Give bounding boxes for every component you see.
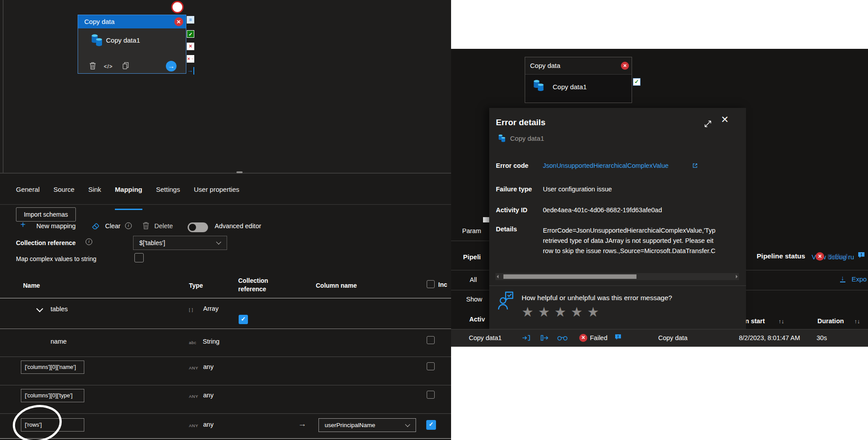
divider (0, 357, 451, 357)
code-icon[interactable]: </> (104, 63, 113, 70)
copy-activity-icon (498, 134, 507, 143)
delete-activity-icon[interactable] (89, 62, 96, 70)
expand-icon[interactable] (703, 119, 712, 128)
tab-general[interactable]: General (16, 186, 39, 204)
tab-mapping[interactable]: Mapping (115, 186, 142, 204)
input-icon[interactable] (522, 334, 530, 341)
include-checkbox[interactable] (427, 362, 435, 370)
divider (746, 270, 868, 270)
resize-grip[interactable] (236, 171, 243, 173)
column-name-dropdown[interactable]: userPrincipalName (318, 418, 416, 432)
divider (451, 290, 489, 290)
panel-title: Error details (496, 118, 546, 127)
tab-source[interactable]: Source (53, 186, 75, 204)
tab-settings[interactable]: Settings (156, 186, 180, 204)
failed-icon: × (816, 252, 824, 261)
plus-icon: + (20, 220, 26, 230)
monitoring-dark-region: Copy data × Copy data1 ✓ Param Pipeli Al… (451, 49, 868, 347)
failure-port-icon: × (187, 43, 194, 50)
new-mapping-button[interactable]: New mapping (36, 222, 76, 230)
completion-port-icon: → (187, 67, 194, 75)
divider (0, 413, 451, 414)
external-link-icon[interactable] (692, 163, 698, 169)
clear-button[interactable]: Clear (105, 222, 121, 230)
star-rating[interactable]: ★★★★★ (522, 304, 604, 320)
add-next-activity-button[interactable]: → (166, 61, 177, 71)
failed-status-overlay: Failed (828, 253, 848, 261)
collection-reference-value: $['tables'] (134, 236, 227, 250)
include-checkbox[interactable] (427, 336, 435, 344)
duration-column-header[interactable]: Duration (817, 317, 844, 325)
row-name: name (51, 338, 67, 345)
error-code-link[interactable]: JsonUnsupportedHierarchicalComplexValue (543, 162, 668, 169)
activity-node-header: Copy data × (78, 15, 186, 28)
download-icon: ↓ (840, 274, 845, 282)
clone-activity-icon[interactable] (122, 62, 129, 70)
column-header-column-name: Column name (316, 282, 357, 289)
star-icon[interactable]: ★ (571, 305, 587, 319)
sort-icon[interactable]: ↑↓ (778, 318, 784, 325)
failure-type-value: User configuration issue (543, 186, 612, 193)
close-icon[interactable]: × (721, 113, 728, 126)
type-glyph: ANY (189, 365, 198, 370)
sort-icon[interactable]: ↑↓ (854, 318, 860, 325)
error-comment-icon[interactable] (615, 334, 621, 340)
copy-data-activity-node[interactable]: Copy data × Copy data1 (525, 57, 632, 103)
run-activity-name[interactable]: Copy data1 (469, 329, 502, 346)
tab-sink[interactable]: Sink (88, 186, 101, 204)
star-icon[interactable]: ★ (522, 305, 538, 319)
error-badge-icon: × (174, 17, 183, 26)
comment-icon[interactable] (858, 252, 865, 258)
star-icon[interactable]: ★ (538, 305, 554, 319)
star-icon[interactable]: ★ (554, 305, 571, 319)
divider (451, 241, 489, 241)
pipeline-label-clipped: Pipeli (463, 253, 481, 261)
monitoring-area: Copy data × Copy data1 ✓ Param Pipeli Al… (451, 0, 868, 440)
activity-properties-panel: General Source Sink Mapping Settings Use… (0, 174, 451, 440)
failed-icon: × (579, 334, 587, 342)
output-icon[interactable] (540, 334, 549, 341)
collection-reference-checkbox[interactable]: ✓ (239, 315, 248, 324)
activity-run-row[interactable]: Copy data1 × Failed Copy data 8/2/2023, … (451, 329, 868, 347)
info-icon: i (86, 238, 92, 245)
output-port-icon: ≡ (187, 16, 194, 24)
collapse-row-icon[interactable] (36, 305, 43, 313)
details-glasses-icon[interactable] (557, 335, 568, 341)
collection-reference-dropdown[interactable]: $['tables'] (133, 236, 227, 250)
star-icon[interactable]: ★ (587, 305, 604, 319)
run-activity-type: Copy data (658, 329, 687, 346)
source-path-input[interactable] (21, 361, 84, 374)
include-checkbox[interactable] (427, 391, 435, 399)
source-path-input[interactable] (21, 389, 84, 402)
scrollbar-thumb[interactable] (503, 274, 636, 279)
error-code-label: Error code (496, 162, 528, 169)
pipeline-canvas[interactable]: Copy data × Copy data1 </> → ≡ ✓ × ×→ → (0, 0, 451, 173)
eraser-icon (91, 222, 100, 230)
scroll-left-icon[interactable] (497, 275, 499, 278)
annotation-ellipse (10, 403, 64, 440)
export-link-clipped[interactable]: Expo (852, 275, 867, 283)
horizontal-scrollbar[interactable] (495, 273, 739, 280)
toggle-knob (189, 224, 196, 231)
activity-id-label: Activity ID (496, 206, 527, 214)
copy-data-activity-node[interactable]: Copy data × Copy data1 </> → (78, 15, 186, 74)
parameters-label-clipped: Param (462, 227, 481, 234)
tab-user-properties[interactable]: User properties (194, 186, 240, 204)
advanced-editor-toggle[interactable] (188, 222, 208, 232)
include-checkbox[interactable]: ✓ (426, 420, 436, 430)
column-header-include: Inc (438, 281, 447, 288)
activity-id-value: 0ede4aea-401c-4d06-8682-19fd63afe0ad (543, 206, 662, 214)
skip-port-icon: ×→ (187, 55, 194, 63)
divider (746, 290, 868, 290)
run-start-column-header[interactable]: n start (745, 317, 765, 325)
map-complex-checkbox[interactable] (134, 253, 144, 262)
select-all-checkbox[interactable] (427, 280, 435, 288)
activity-runs-label-clipped: Activ (469, 316, 485, 323)
node-title: Copy data (84, 18, 114, 25)
tab-all-clipped[interactable]: All (470, 276, 477, 283)
delete-button[interactable]: Delete (154, 222, 173, 230)
row-type: String (203, 338, 220, 345)
column-name-value: userPrincipalName (319, 419, 416, 432)
divider (0, 329, 451, 329)
scroll-right-icon[interactable] (736, 275, 738, 278)
